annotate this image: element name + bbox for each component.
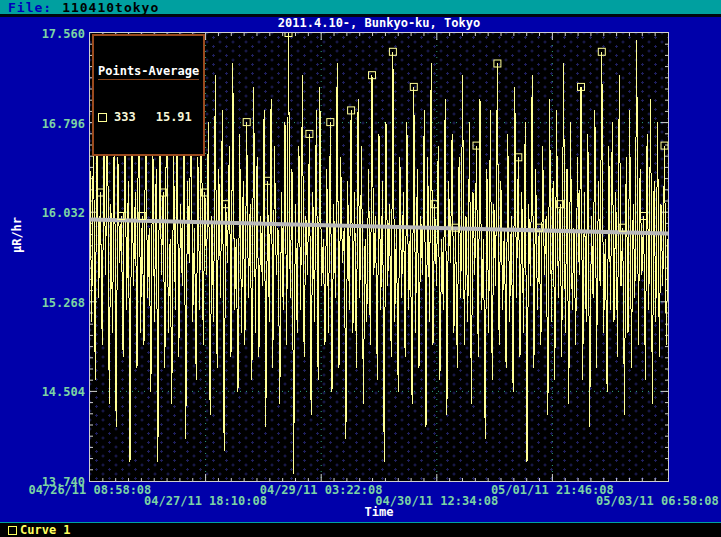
x-axis-title: Time bbox=[365, 505, 394, 519]
application-window: File: 110410tokyo 2011.4.10-, Bunkyo-ku,… bbox=[0, 0, 721, 537]
x-tick-label: 04/26/11 08:58:08 bbox=[29, 483, 152, 497]
legend-title: Points-Average bbox=[98, 64, 199, 80]
status-bar: Curve 1 bbox=[0, 522, 721, 537]
legend-points-count: 333 bbox=[114, 110, 136, 124]
legend-box: Points-Average 333 15.91 bbox=[92, 34, 205, 156]
plot-area[interactable]: Points-Average 333 15.91 bbox=[89, 32, 669, 482]
curve-label: Curve 1 bbox=[20, 523, 71, 537]
window-titlebar: File: 110410tokyo bbox=[0, 0, 721, 17]
curve-swatch-icon bbox=[8, 526, 17, 535]
y-tick-label: 14.504 bbox=[0, 385, 85, 399]
x-tick-label: 05/03/11 06:58:08 bbox=[596, 494, 719, 508]
y-tick-label: 15.268 bbox=[0, 296, 85, 310]
x-tick-label: 04/27/11 18:10:08 bbox=[144, 494, 267, 508]
legend-entry: 333 15.91 bbox=[98, 108, 199, 124]
chart-title: 2011.4.10-, Bunkyo-ku, Tokyo bbox=[278, 16, 480, 30]
square-marker-icon bbox=[98, 113, 107, 122]
x-tick-label: 04/30/11 12:34:08 bbox=[375, 494, 498, 508]
y-tick-label: 16.796 bbox=[0, 117, 85, 131]
x-tick-label: 04/29/11 03:22:08 bbox=[260, 483, 383, 497]
legend-average-value: 15.91 bbox=[156, 110, 192, 124]
file-name: 110410tokyo bbox=[62, 0, 159, 15]
y-tick-label: 17.560 bbox=[0, 27, 85, 41]
y-axis-title: µR/hr bbox=[10, 211, 24, 259]
file-label: File: bbox=[8, 0, 52, 15]
